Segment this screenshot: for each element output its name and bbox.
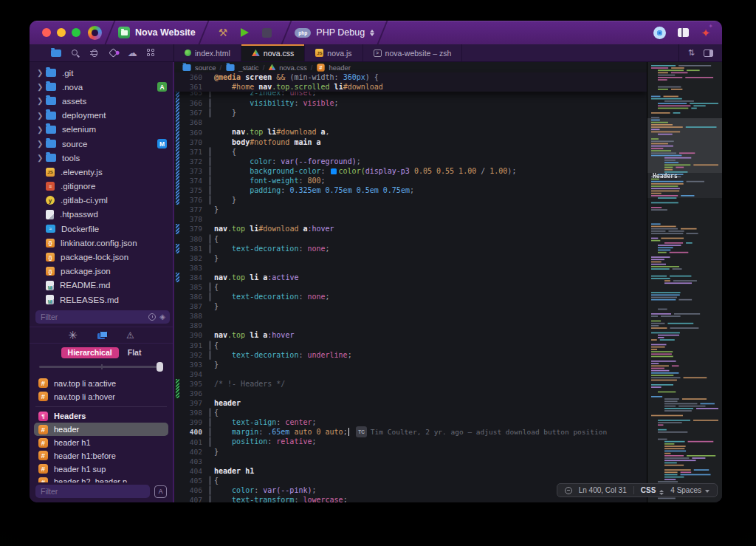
code-line-402[interactable]: 402}: [174, 447, 647, 457]
split-editor-icon[interactable]: ⇅: [688, 48, 695, 58]
code-area[interactable]: 360@media screen && (min-width: 360px) {…: [174, 72, 647, 502]
code-line-397[interactable]: 397header: [174, 398, 647, 408]
tree-item-.git[interactable]: ❯.git: [30, 66, 173, 80]
task-selector-chevrons-icon[interactable]: [370, 30, 374, 36]
code-line-401[interactable]: 401 position: relative;: [174, 437, 647, 446]
chevron-right-icon[interactable]: ❯: [37, 140, 46, 148]
code-line-370[interactable]: 370 body#notfound main a: [174, 137, 647, 147]
minimap[interactable]: Headers: [647, 62, 722, 502]
symbols-depth-slider[interactable]: [39, 361, 163, 372]
fold-ribbon[interactable]: [209, 476, 212, 485]
symbols-asterisk-icon[interactable]: ✳: [68, 332, 78, 338]
run-play-icon[interactable]: [241, 28, 249, 37]
code-line-386[interactable]: 386 text-decoration: none;: [174, 292, 647, 301]
fold-ribbon[interactable]: [209, 485, 212, 495]
tree-item-.htpasswd[interactable]: .htpasswd: [30, 208, 173, 222]
symbol-item-header h2, header p[interactable]: #header h2, header p: [34, 476, 168, 482]
tab-nova.js[interactable]: JSnova.js: [305, 44, 362, 61]
close-window-button[interactable]: [42, 28, 51, 37]
layers-icon[interactable]: [97, 331, 106, 339]
fold-ribbon[interactable]: [209, 417, 212, 427]
sparkle-icon[interactable]: ✦✦: [701, 27, 710, 38]
code-line-385[interactable]: 385{: [174, 282, 647, 292]
code-line-391[interactable]: 391{: [174, 341, 647, 350]
fold-ribbon[interactable]: [209, 195, 212, 205]
gem-filter-icon[interactable]: ◈: [159, 313, 165, 321]
code-line-375[interactable]: 375 padding: 0.325em 0.75em 0.5em 0.75em…: [174, 185, 647, 195]
code-line-394[interactable]: 394: [174, 369, 647, 379]
fold-ribbon[interactable]: [209, 495, 212, 502]
code-line-376[interactable]: 376 }: [174, 195, 647, 205]
chevron-right-icon[interactable]: ❯: [37, 83, 46, 91]
language-selector[interactable]: CSS: [641, 486, 664, 495]
symbol-item-nav.top li a:hover[interactable]: #nav.top li a:hover: [34, 390, 168, 403]
mode-flat-button[interactable]: Flat: [128, 348, 142, 357]
code-line-360[interactable]: 360@media screen && (min-width: 360px) {: [174, 72, 647, 82]
tree-item-.gitlab-ci.yml[interactable]: y.gitlab-ci.yml: [30, 194, 173, 208]
chevron-right-icon[interactable]: ❯: [37, 112, 46, 120]
fold-ribbon[interactable]: [209, 98, 212, 108]
code-line-396[interactable]: 396: [174, 389, 647, 398]
code-line-372[interactable]: 372 color: var(--foreground);: [174, 157, 647, 166]
breadcrumb-item[interactable]: source: [182, 64, 216, 72]
issues-warning-icon[interactable]: ⚠: [126, 331, 134, 340]
code-line-371[interactable]: 371 {: [174, 147, 647, 157]
mode-hierarchical-button[interactable]: Hierarchical: [61, 347, 119, 358]
breadcrumb-item[interactable]: #header: [316, 63, 351, 72]
fold-ribbon[interactable]: [209, 234, 212, 244]
minimize-window-button[interactable]: [57, 28, 66, 37]
toggle-panel-icon[interactable]: [704, 50, 713, 57]
fold-ribbon[interactable]: [209, 427, 212, 437]
tree-item-package.json[interactable]: {}package.json: [30, 265, 173, 279]
slider-knob[interactable]: [157, 362, 163, 372]
breadcrumb-item[interactable]: nova.css: [268, 64, 307, 72]
code-line-388[interactable]: 388: [174, 311, 647, 321]
tree-item-tools[interactable]: ❯tools: [30, 151, 173, 165]
code-line-403[interactable]: 403: [174, 457, 647, 466]
zoom-window-button[interactable]: [72, 28, 80, 37]
code-line-382[interactable]: 382}: [174, 253, 647, 263]
files-sidebar-icon[interactable]: [50, 47, 62, 59]
fold-ribbon[interactable]: [209, 147, 212, 157]
fold-ribbon[interactable]: [209, 292, 212, 301]
fold-ribbon[interactable]: [209, 108, 212, 117]
symbol-item-header h1 sup[interactable]: #header h1 sup: [34, 463, 168, 476]
issues-indicator-icon[interactable]: [565, 487, 572, 494]
tab-index.html[interactable]: index.html: [174, 44, 241, 61]
source-control-icon[interactable]: [107, 47, 119, 59]
code-line-395[interactable]: 395/* !- Headers */: [174, 379, 647, 389]
color-swatch-icon[interactable]: [331, 168, 337, 174]
publish-cloud-icon[interactable]: ☁↑: [126, 47, 138, 59]
code-line-393[interactable]: 393}: [174, 360, 647, 369]
code-line-404[interactable]: 404header h1: [174, 466, 647, 476]
chevron-right-icon[interactable]: ❯: [37, 126, 46, 134]
tree-item-.gitignore[interactable]: ≡.gitignore: [30, 180, 173, 194]
tree-item-Dockerfile[interactable]: ≈Dockerfile: [30, 222, 173, 236]
tree-item-.eleventy.js[interactable]: JS.eleventy.js: [30, 165, 173, 179]
code-line-400[interactable]: 400 margin: .65em auto 0 auto;TCTim Coul…: [174, 427, 647, 437]
filter-az-icon[interactable]: A: [154, 485, 167, 498]
slider-track[interactable]: [39, 366, 163, 368]
tree-item-selenium[interactable]: ❯selenium: [30, 123, 173, 137]
tree-item-package-lock.json[interactable]: {}package-lock.json: [30, 250, 173, 264]
bug-report-icon[interactable]: [89, 47, 100, 59]
tab-nova-website – zsh[interactable]: >nova-website – zsh: [363, 44, 463, 61]
code-line-366[interactable]: 366 visibility: visible;: [174, 98, 647, 108]
code-line-368[interactable]: 368: [174, 117, 647, 127]
tab-nova.css[interactable]: nova.css: [241, 44, 305, 61]
tree-item-.nova[interactable]: ❯.novaA: [30, 80, 173, 94]
search-icon[interactable]: [69, 47, 81, 59]
preview-eye-icon[interactable]: [653, 27, 666, 39]
layout-panels-icon[interactable]: [678, 28, 689, 37]
code-line-389[interactable]: 389: [174, 321, 647, 330]
code-line-361[interactable]: 361 #home nav.top.scrolled li#download: [174, 82, 647, 92]
tree-item-RELEASES.md[interactable]: MRELEASES.md: [30, 293, 173, 307]
code-line-377[interactable]: 377}: [174, 205, 647, 214]
fold-ribbon[interactable]: [209, 350, 212, 360]
recent-clock-icon[interactable]: [148, 313, 156, 321]
symbols-filter-input[interactable]: [35, 485, 150, 498]
tree-item-assets[interactable]: ❯assets: [30, 94, 173, 108]
fold-ribbon[interactable]: [209, 185, 212, 195]
tree-item-source[interactable]: ❯sourceM: [30, 137, 173, 151]
symbol-item-Headers[interactable]: ¶Headers: [34, 410, 168, 423]
